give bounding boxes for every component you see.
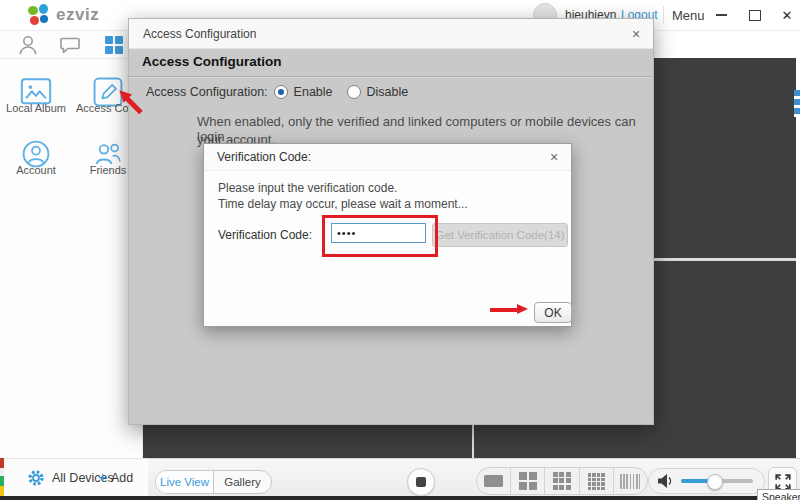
verification-title-bar: Verification Code: × [204,144,571,171]
maximize-icon [749,10,761,21]
menu-button[interactable]: Menu [672,0,705,30]
volume-slider[interactable] [681,479,753,483]
close-dialog-button[interactable]: × [619,19,653,48]
minimize-button[interactable] [708,0,734,30]
tab-messages[interactable] [58,33,82,57]
volume-knob[interactable] [707,474,723,490]
layout-9-icon [553,472,571,490]
layout-more-button[interactable] [614,468,647,494]
topbar-divider [663,6,664,24]
minimize-icon [716,14,727,16]
close-window-button[interactable]: ✕ [774,0,800,30]
ezviz-logo: ezviz [28,4,99,26]
add-device-button[interactable]: Add [111,459,133,497]
account-label: Account [0,164,72,176]
maximize-button[interactable] [742,0,768,30]
stop-button[interactable] [407,468,435,496]
tab-contacts[interactable] [16,33,40,57]
dialog-title-bar: Access Configuration × [129,19,653,49]
setting-label: Access Configuration: [146,85,268,99]
chat-bubble-icon [58,33,82,57]
background-window-sliver [0,458,4,496]
layout-9-button[interactable] [545,468,579,494]
annotation-highlight-box [322,215,438,257]
speakers-tooltip: Speakers / [757,489,800,500]
dialog-heading: Access Configuration [142,54,282,69]
layout-16-icon [588,473,605,490]
verification-title: Verification Code: [217,144,311,170]
stop-icon [416,477,426,487]
dialog-title: Access Configuration [143,19,256,48]
local-album-label: Local Album [0,102,72,114]
speaker-icon[interactable] [656,472,674,490]
grid-apps-icon [102,33,126,57]
verification-field-label: Verification Code: [218,228,312,242]
layout-16-button[interactable] [580,468,614,494]
playback-toolbar: Live View Gallery [148,458,800,498]
bottom-edge-strip [0,496,800,500]
ezviz-app-window: ezviz hieuhievn Logout Menu ✕ [0,0,800,500]
tab-apps-active[interactable] [102,33,126,57]
layout-switcher [476,467,648,495]
device-bar: All Devices + Add [0,458,149,498]
instruction-line2: Time delay may occur, please wait a mome… [218,197,468,211]
side-panel-edge-handle[interactable] [794,90,800,117]
instruction-line1: Please input the verification code. [218,181,397,195]
volume-control [648,468,765,494]
layout-4-icon [519,472,537,490]
disable-radio[interactable] [347,85,361,99]
ezviz-flower-icon [28,4,50,26]
layout-more-icon [620,474,640,489]
gear-icon[interactable] [27,469,45,487]
view-switcher: Live View Gallery [155,470,272,494]
annotation-arrow-ok [490,303,528,316]
disable-label[interactable]: Disable [367,85,409,99]
close-verification-button[interactable]: × [537,144,571,170]
layout-1-button[interactable] [477,468,511,494]
person-icon [16,33,40,57]
layout-1-icon [484,475,503,487]
enable-label[interactable]: Enable [294,85,333,99]
tab-live-view[interactable]: Live View [156,471,214,493]
heading-divider [129,76,653,77]
sidebar-tabs [0,30,142,59]
plus-icon[interactable]: + [98,459,107,497]
tab-gallery[interactable]: Gallery [214,471,271,493]
apps-panel: Local Album Access Configuration Account [0,58,143,458]
access-config-setting: Access Configuration: Enable Disable [146,85,408,99]
get-verification-code-button[interactable]: Get Verification Code(14) [432,223,568,247]
logo-text: ezviz [56,5,99,25]
ok-button[interactable]: OK [534,302,572,323]
layout-4-button[interactable] [511,468,545,494]
enable-radio[interactable] [274,85,288,99]
